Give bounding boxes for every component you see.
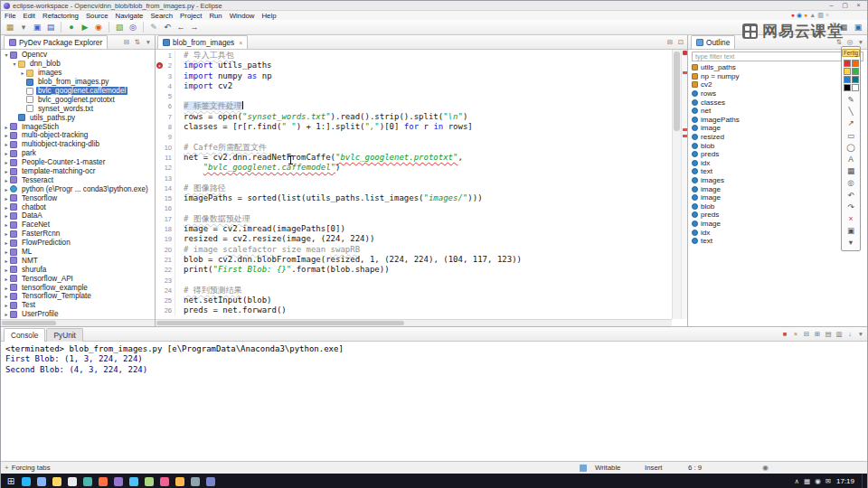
tree-expander-icon[interactable]: ▸ [3,302,10,308]
new-dropdown-icon[interactable]: ▾ [17,22,30,33]
maximize-button[interactable]: ▢ [838,1,852,10]
magnifier-icon[interactable]: ◎ [844,177,858,189]
console-toolbar-icon[interactable]: ⊟ [802,328,811,341]
tree-item[interactable]: ▸Tesseract [1,175,155,184]
menu-item[interactable]: Source [82,12,112,20]
tree-expander-icon[interactable]: ▸ [3,177,10,183]
code-line[interactable]: 3import numpy as np [156,71,672,81]
editor-vertical-scrollbar[interactable] [672,50,681,319]
menu-item[interactable]: Window [226,12,259,20]
tray-icon[interactable]: ✉ [826,477,831,485]
tree-item[interactable]: ▸multi-object-tracking [1,131,155,140]
tree-item[interactable]: ▸FaceNet [1,221,155,230]
tree-item[interactable]: ▸multiobject-tracking-dlib [1,140,155,149]
tree-expander-icon[interactable]: ▸ [3,311,10,317]
tree-item[interactable]: ▸ML [1,248,155,257]
tree-expander-icon[interactable]: ▸ [3,150,10,156]
tray-icon[interactable]: ▦ [804,477,810,485]
code-line[interactable]: 25net.setInput(blob) [156,296,672,305]
forward-icon[interactable]: → [188,22,201,33]
color-swatch[interactable] [852,76,859,83]
color-swatch[interactable] [844,60,851,67]
tree-item[interactable]: bvlc_googlenet.caffemodel [1,87,155,96]
tree-item[interactable]: synset_words.txt [1,104,155,113]
error-overview-marker[interactable] [683,71,687,74]
code-line[interactable]: 16 [156,203,672,213]
code-line[interactable]: 14# 图像路径 [156,183,672,193]
scrollbar-thumb[interactable] [674,52,680,131]
tree-item[interactable]: ▸park [1,149,155,158]
last-edit-icon[interactable]: ↶ [161,22,174,33]
arrow-icon[interactable]: ↗ [844,117,858,129]
tree-expander-icon[interactable]: ▾ [3,52,10,58]
tree-item[interactable]: utils_paths.py [1,113,155,122]
project-tree[interactable]: ▾Opencv▾dnn_blob▸imagesblob_from_images.… [1,50,155,319]
code-lines[interactable]: 1# 导入工具包2×import utils_paths3import nump… [156,51,672,319]
ellipse-icon[interactable]: ◯ [844,142,858,154]
tree-expander-icon[interactable]: ▸ [3,221,10,228]
color-swatch[interactable] [844,84,851,91]
tree-expander-icon[interactable]: ▸ [3,195,10,202]
tree-expander-icon[interactable]: ▸ [3,132,10,138]
code-line[interactable]: 20# image scalefactor size mean swapRB [156,245,672,255]
tree-item[interactable]: ▸Tensorflow_API [1,274,155,283]
scrollbar-thumb[interactable] [2,321,56,325]
code-line[interactable]: 23 [156,276,672,286]
close-button[interactable]: × [852,1,865,10]
console-body[interactable]: <terminated> blob_from_images.py [e\Prog… [1,342,867,461]
tab-console[interactable]: Console [4,328,45,342]
code-line[interactable]: 4import cv2 [156,81,672,91]
editor-horizontal-scrollbar[interactable] [156,319,672,326]
tree-expander-icon[interactable]: ▸ [19,70,26,76]
tree-item[interactable]: ▸images [1,69,155,78]
console-toolbar-icon[interactable]: ■ [780,328,789,341]
taskbar-app-icon[interactable] [206,477,215,486]
color-swatch[interactable] [852,60,859,67]
rect-icon[interactable]: ▭ [844,130,858,142]
tree-item[interactable]: ▸NMT [1,256,155,265]
camera-icon[interactable]: ◉ [797,11,802,20]
taskbar-app-icon[interactable] [129,477,138,486]
code-line[interactable]: 13 [156,174,672,183]
code-line[interactable]: 24# 得到预测结果 [156,286,672,296]
code-line[interactable]: 21blob = cv2.dnn.blobFromImage(resized, … [156,255,672,265]
line-icon[interactable]: ╲ [844,106,858,117]
coverage-icon[interactable]: ◉ [92,22,105,33]
close-tab-icon[interactable]: × [239,40,242,46]
menu-item[interactable]: Help [258,12,279,20]
taskbar-app-icon[interactable] [175,477,184,486]
start-button[interactable]: ⊞ [4,476,18,486]
pen-icon[interactable]: ✎ [844,94,858,106]
tree-expander-icon[interactable]: ▸ [3,124,10,130]
tv-icon[interactable]: ▥ [817,11,824,20]
debug-icon[interactable]: ● [65,22,78,33]
tree-expander-icon[interactable]: ▸ [3,186,10,192]
taskbar-app-icon[interactable] [99,477,108,486]
view-toolbar-icon[interactable]: ▾ [144,36,153,49]
tree-item[interactable]: ▸Tensorflow_Template [1,292,155,301]
taskbar-app-icon[interactable] [68,477,77,486]
tree-expander-icon[interactable]: ▸ [3,276,10,282]
taskbar-app-icon[interactable] [52,477,61,486]
code-editor[interactable]: 1# 导入工具包2×import utils_paths3import nump… [156,50,687,326]
tree-item[interactable]: ▸Tensorflow [1,193,155,202]
tree-expander-icon[interactable]: ▸ [3,168,10,174]
show-desktop-button[interactable] [862,474,864,488]
explorer-horizontal-scrollbar[interactable] [1,319,155,326]
code-line[interactable]: 5 [156,91,672,101]
tree-expander-icon[interactable]: ▸ [3,267,10,273]
undo-icon[interactable]: ↶ [844,190,858,202]
tree-item[interactable]: ▾dnn_blob [1,60,155,69]
color-swatch[interactable] [844,68,851,75]
tree-item[interactable]: ▸FlowPrediction [1,239,155,248]
tree-item[interactable]: ▸tensorflow_example [1,283,155,292]
taskbar-app-icon[interactable] [145,477,154,486]
color-swatch[interactable] [844,76,851,83]
tree-item[interactable]: ▸template-matching-ocr [1,167,155,176]
annotation-icon[interactable]: ✎ [147,22,160,33]
code-line[interactable]: 10# Caffe所需配置文件 [156,143,672,153]
tab-pyunit[interactable]: PyUnit [46,328,82,342]
code-line[interactable]: 1# 导入工具包 [156,51,672,61]
tree-expander-icon[interactable]: ▸ [3,249,10,255]
code-line[interactable]: 17# 图像数据预处理 [156,214,672,224]
